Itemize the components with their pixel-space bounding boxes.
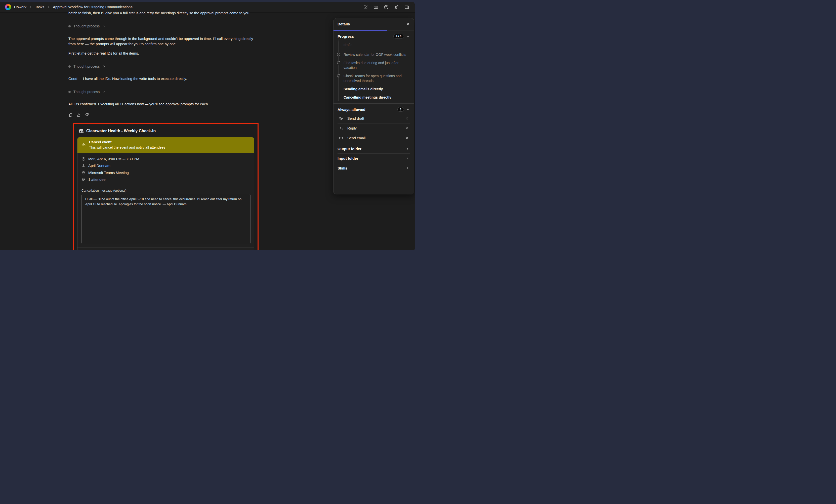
- always-allowed-list: Send draft Reply Send email: [338, 114, 410, 143]
- assistant-message: All IDs confirmed. Executing all 11 acti…: [69, 102, 259, 107]
- progress-label: Progress: [338, 34, 393, 38]
- calendar-cancel-icon: [79, 129, 84, 134]
- help-icon[interactable]: [384, 5, 388, 9]
- breadcrumb-cowork[interactable]: Cowork: [14, 5, 26, 9]
- assistant-message: First let me get the real IDs for all th…: [69, 51, 259, 56]
- input-folder-link[interactable]: Input folder: [338, 154, 410, 163]
- allowed-item-label: Send email: [347, 136, 405, 140]
- task-label: Review calendar for OOF week conflicts: [344, 52, 406, 57]
- event-location-row: Microsoft Teams Meeting: [81, 169, 250, 176]
- task-row: Find tasks due during and just after vac…: [337, 61, 410, 70]
- link-label: Input folder: [338, 156, 406, 160]
- event-organizer-row: April Dunnam: [81, 162, 250, 170]
- annotation-highlight-box: Clearwater Health - Weekly Check-In Canc…: [73, 123, 259, 250]
- allowed-item-row: Reply: [338, 123, 410, 133]
- task-row-active: Cancelling meetings directly: [337, 95, 410, 100]
- allowed-item-row: Send draft: [338, 114, 410, 123]
- thought-dot-icon: [69, 91, 71, 93]
- details-panel: Details Progress 4 / 6 drafts: [333, 18, 414, 194]
- task-label: Sending emails directly: [344, 87, 383, 92]
- scroll-fade: [337, 38, 410, 42]
- chevron-down-icon: [406, 35, 410, 38]
- cancel-event-card: Cancel event This will cancel the event …: [77, 137, 254, 250]
- thought-process-toggle[interactable]: Thought process: [69, 64, 106, 69]
- thumbs-up-icon[interactable]: [77, 113, 81, 117]
- warning-subtitle: This will cancel the event and notify al…: [89, 145, 250, 150]
- panel-toggle-icon[interactable]: [404, 5, 409, 9]
- task-row-active: Sending emails directly: [337, 87, 410, 92]
- task-label: Cancelling meetings directly: [344, 95, 391, 100]
- location-icon: [81, 171, 86, 175]
- draft-send-icon: [339, 116, 343, 120]
- warning-title: Cancel event: [89, 140, 250, 145]
- keyboard-icon[interactable]: [374, 5, 378, 9]
- chat-transcript: batch to finish, then I'll give you a fu…: [69, 13, 259, 250]
- compose-icon[interactable]: [363, 5, 368, 9]
- chevron-right-icon: [406, 147, 409, 151]
- thought-process-toggle[interactable]: Thought process: [69, 24, 106, 28]
- event-attendees-row: 1 attendee: [81, 176, 250, 183]
- warning-banner: Cancel event This will cancel the event …: [77, 137, 254, 153]
- task-row: Review calendar for OOF week conflicts: [337, 52, 410, 57]
- main-content: batch to finish, then I'll give you a fu…: [0, 13, 415, 250]
- chevron-right-icon: [29, 5, 32, 8]
- remove-permission-icon[interactable]: [405, 117, 409, 120]
- allowed-item-label: Send draft: [347, 116, 405, 120]
- approval-card-header: Clearwater Health - Weekly Check-In: [79, 129, 254, 134]
- clock-icon: [81, 157, 86, 161]
- progress-section-header[interactable]: Progress 4 / 6: [334, 31, 414, 38]
- event-location: Microsoft Teams Meeting: [88, 171, 129, 175]
- thought-process-label: Thought process: [73, 90, 100, 94]
- chevron-right-icon: [406, 166, 409, 170]
- task-label: drafts: [344, 42, 353, 47]
- person-icon: [81, 164, 86, 168]
- chevron-right-icon: [102, 24, 106, 28]
- attendees-icon: [81, 178, 86, 181]
- allowed-item-label: Reply: [347, 126, 405, 130]
- event-time-row: Mon, Apr 6, 3:00 PM – 3:30 PM: [81, 155, 250, 162]
- task-label: Check Teams for open questions and unres…: [344, 74, 410, 83]
- breadcrumb-current-task: Approval Workflow for Outgoing Communica…: [53, 5, 132, 9]
- breadcrumb: Cowork Tasks Approval Workflow for Outgo…: [14, 5, 133, 9]
- always-allowed-section-header[interactable]: Always allowed 3: [334, 104, 414, 112]
- copy-icon[interactable]: [69, 113, 73, 117]
- link-label: Output folder: [338, 147, 406, 151]
- message-actions: [69, 113, 259, 117]
- thought-process-toggle[interactable]: Thought process: [69, 90, 106, 94]
- thought-dot-icon: [69, 65, 71, 67]
- thought-dot-icon: [69, 25, 71, 27]
- feedback-icon[interactable]: [394, 5, 399, 9]
- task-row: Check Teams for open questions and unres…: [337, 74, 410, 83]
- always-allowed-count-badge: 3: [397, 107, 404, 112]
- assistant-message: The approval prompts came through in the…: [69, 36, 259, 47]
- check-circle-icon: [337, 53, 341, 56]
- event-attendees: 1 attendee: [88, 178, 106, 181]
- reply-icon: [339, 126, 343, 130]
- approval-card-title: Clearwater Health - Weekly Check-In: [86, 129, 156, 133]
- output-folder-link[interactable]: Output folder: [338, 144, 410, 154]
- chevron-right-icon: [102, 65, 106, 68]
- assistant-message-clipped: batch to finish, then I'll give you a fu…: [69, 11, 259, 16]
- thumbs-down-icon[interactable]: [85, 113, 89, 117]
- check-circle-icon: [337, 61, 341, 65]
- remove-permission-icon[interactable]: [405, 136, 409, 140]
- thought-process-label: Thought process: [73, 24, 100, 28]
- breadcrumb-tasks[interactable]: Tasks: [35, 5, 44, 9]
- assistant-message: Good — I have all the IDs. Now loading t…: [69, 76, 259, 81]
- details-panel-title: Details: [338, 22, 350, 26]
- event-organizer: April Dunnam: [88, 164, 110, 168]
- progress-count-badge: 4 / 6: [393, 34, 404, 38]
- always-allowed-label: Always allowed: [338, 108, 397, 112]
- skills-link[interactable]: Skills: [338, 163, 410, 173]
- remove-permission-icon[interactable]: [405, 127, 409, 130]
- link-label: Skills: [338, 166, 406, 170]
- cancellation-message-input[interactable]: Hi all — I'll be out of the office April…: [81, 194, 250, 244]
- event-time: Mon, Apr 6, 3:00 PM – 3:30 PM: [88, 157, 139, 161]
- titlebar-actions: [363, 5, 409, 9]
- window-frame: Cowork Tasks Approval Workflow for Outgo…: [0, 0, 418, 252]
- progress-bar-fill: [334, 30, 387, 31]
- close-icon[interactable]: [406, 22, 410, 26]
- chevron-right-icon: [406, 157, 409, 160]
- chevron-right-icon: [47, 5, 50, 8]
- event-details: Mon, Apr 6, 3:00 PM – 3:30 PM April Dunn…: [77, 153, 254, 186]
